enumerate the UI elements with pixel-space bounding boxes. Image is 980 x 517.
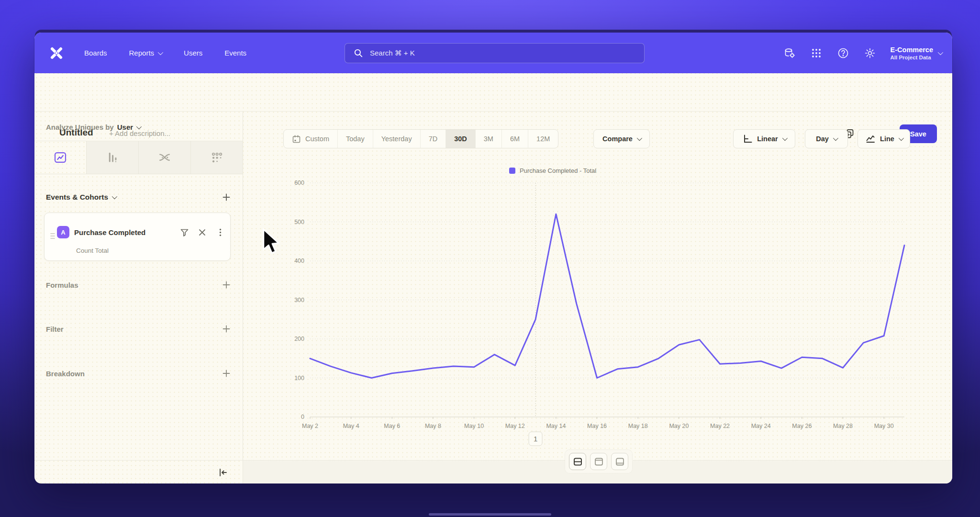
search-input[interactable]: Search ⌘ + K <box>345 43 645 63</box>
chart-type-dropdown[interactable]: Line <box>858 129 910 148</box>
remove-event-icon[interactable] <box>197 227 207 237</box>
search-placeholder: Search ⌘ + K <box>370 49 415 57</box>
legend-swatch <box>509 168 515 174</box>
linear-axis-icon <box>742 134 753 144</box>
range-custom[interactable]: Custom <box>284 130 337 148</box>
event-card-purchase-completed[interactable]: A Purchase Completed Count Total <box>44 213 231 261</box>
collapse-sidebar-icon[interactable] <box>218 467 228 478</box>
event-measure[interactable]: Count Total <box>76 247 109 254</box>
settings-gear-icon[interactable] <box>864 47 876 59</box>
chart-line <box>310 214 904 378</box>
chevron-down-icon <box>158 49 163 55</box>
x-tick-label: May 22 <box>710 423 730 429</box>
y-tick-label: 0 <box>301 414 304 420</box>
event-more-options-icon[interactable] <box>215 227 225 237</box>
range-30d[interactable]: 30D <box>445 130 475 148</box>
annotation-badge-label: 1 <box>534 435 537 443</box>
flows-icon <box>157 150 172 165</box>
chevron-down-icon <box>782 135 788 141</box>
range-7d[interactable]: 7D <box>420 130 446 148</box>
add-formula-button[interactable] <box>222 280 231 290</box>
panel-bottom-icon <box>615 457 625 467</box>
tab-flows[interactable] <box>138 141 190 174</box>
x-tick-label: May 12 <box>505 423 525 429</box>
analyze-label: Analyze Uniques by <box>46 123 114 131</box>
x-tick-label: May 14 <box>546 423 566 429</box>
apps-grid-icon[interactable] <box>810 47 823 59</box>
nav-item-users[interactable]: Users <box>184 49 202 57</box>
interval-dropdown[interactable]: Day <box>805 129 848 148</box>
compare-button[interactable]: Compare <box>593 129 650 148</box>
chevron-down-icon <box>112 194 117 199</box>
split-rows-icon <box>573 457 583 467</box>
data-management-icon[interactable] <box>783 47 796 59</box>
y-tick-label: 400 <box>294 258 304 264</box>
nav-item-boards[interactable]: Boards <box>84 49 107 57</box>
help-icon[interactable] <box>837 47 849 59</box>
add-breakdown-button[interactable] <box>222 369 231 378</box>
tab-retention[interactable] <box>190 141 243 174</box>
line-chart: 0100200300400500600May 2May 4May 6May 8M… <box>286 178 911 447</box>
x-tick-label: May 2 <box>302 423 318 429</box>
layout-toggle-group <box>565 450 633 473</box>
filter-section: Filter <box>46 322 231 336</box>
chevron-down-icon <box>899 135 904 141</box>
legend-item[interactable]: Purchase Completed - Total <box>509 167 596 174</box>
project-subtitle: All Project Data <box>891 55 933 60</box>
chevron-down-icon <box>637 135 642 141</box>
nav-item-events[interactable]: Events <box>224 49 246 57</box>
x-tick-label: May 30 <box>874 423 894 429</box>
chart-canvas: Custom Today Yesterday 7D 30D 3M 6M 12M … <box>243 112 952 483</box>
project-name: E-Commerce <box>891 46 933 54</box>
range-today[interactable]: Today <box>337 130 373 148</box>
events-cohorts-header: Events & Cohorts <box>46 191 231 204</box>
range-yesterday[interactable]: Yesterday <box>373 130 420 148</box>
nav-right-cluster: E-Commerce All Project Data <box>783 33 942 73</box>
y-tick-label: 600 <box>294 180 304 186</box>
layout-split-rows-button[interactable] <box>569 453 586 470</box>
range-12m[interactable]: 12M <box>528 130 558 148</box>
chevron-down-icon <box>833 135 838 141</box>
analyze-value-dropdown[interactable]: User <box>117 123 133 131</box>
event-name[interactable]: Purchase Completed <box>74 228 145 236</box>
y-tick-label: 100 <box>294 375 304 382</box>
drag-handle-icon[interactable] <box>50 232 56 240</box>
x-tick-label: May 24 <box>751 423 771 429</box>
annotation-badge[interactable] <box>529 432 542 446</box>
footer-divider <box>34 460 952 461</box>
tab-funnels[interactable] <box>86 141 138 174</box>
x-tick-label: May 10 <box>464 423 484 429</box>
range-3m[interactable]: 3M <box>475 130 501 148</box>
nav-item-reports[interactable]: Reports <box>129 49 162 57</box>
calendar-icon <box>292 135 301 144</box>
x-tick-label: May 8 <box>425 423 441 429</box>
project-switcher[interactable]: E-Commerce All Project Data <box>891 46 942 60</box>
legend-label: Purchase Completed - Total <box>520 167 596 174</box>
breakdown-label: Breakdown <box>46 370 85 378</box>
y-tick-label: 500 <box>294 219 304 225</box>
x-tick-label: May 28 <box>833 423 853 429</box>
filter-label: Filter <box>46 325 64 333</box>
add-event-button[interactable] <box>222 192 231 202</box>
x-tick-label: May 26 <box>792 423 812 429</box>
scale-dropdown[interactable]: Linear <box>733 129 795 148</box>
events-cohorts-title[interactable]: Events & Cohorts <box>46 193 116 202</box>
add-filter-button[interactable] <box>222 324 231 334</box>
report-type-tabs <box>34 141 243 174</box>
layout-panel-bottom-button[interactable] <box>611 453 628 470</box>
filter-funnel-icon[interactable] <box>179 227 189 237</box>
x-tick-label: May 6 <box>384 423 400 429</box>
line-chart-icon <box>865 134 876 144</box>
tab-insights[interactable] <box>34 141 86 174</box>
top-navbar: Boards Reports Users Events Search ⌘ + K <box>34 33 952 73</box>
mixpanel-logo-icon[interactable] <box>48 45 65 62</box>
layout-panel-top-button[interactable] <box>590 453 607 470</box>
x-tick-label: May 4 <box>343 423 359 429</box>
range-6m[interactable]: 6M <box>501 130 528 148</box>
app-window: Boards Reports Users Events Search ⌘ + K <box>34 33 952 483</box>
x-tick-label: May 20 <box>669 423 689 429</box>
x-tick-label: May 18 <box>628 423 648 429</box>
home-indicator <box>429 513 551 516</box>
x-tick-label: May 16 <box>587 423 607 429</box>
formulas-label: Formulas <box>46 281 78 289</box>
